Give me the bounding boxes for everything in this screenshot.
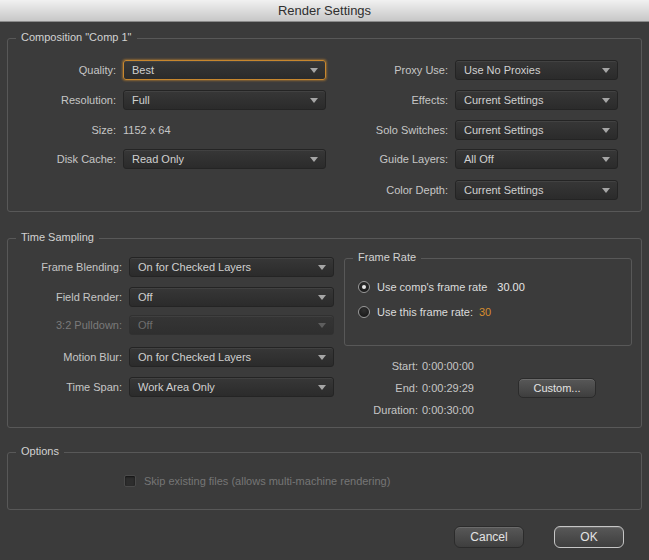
quality-value: Best bbox=[132, 64, 154, 76]
comp-frame-rate-option[interactable]: Use comp's frame rate 30.00 bbox=[358, 280, 525, 294]
color-depth-select[interactable]: Current Settings bbox=[455, 180, 618, 200]
time-span-select[interactable]: Work Area Only bbox=[129, 377, 334, 397]
ok-button[interactable]: OK bbox=[554, 526, 624, 548]
color-depth-row: Color Depth: Current Settings bbox=[340, 180, 618, 200]
effects-value: Current Settings bbox=[464, 94, 543, 106]
dialog-title: Render Settings bbox=[278, 3, 371, 18]
effects-label: Effects: bbox=[340, 94, 448, 106]
title-bar: Render Settings bbox=[0, 0, 649, 22]
render-settings-dialog: Render Settings Composition "Comp 1" Qua… bbox=[0, 0, 649, 560]
resolution-value: Full bbox=[132, 94, 150, 106]
pulldown-select: Off bbox=[129, 315, 334, 335]
start-value: 0:00:00:00 bbox=[422, 360, 474, 372]
end-line: End: 0:00:29:29 bbox=[360, 381, 474, 395]
frame-blending-row: Frame Blending: On for Checked Layers bbox=[8, 257, 334, 277]
radio-selected-icon[interactable] bbox=[358, 281, 370, 293]
disk-cache-label: Disk Cache: bbox=[8, 153, 116, 165]
frame-blending-value: On for Checked Layers bbox=[138, 261, 251, 273]
skip-existing-row: Skip existing files (allows multi-machin… bbox=[124, 471, 390, 491]
chevron-down-icon bbox=[310, 157, 318, 162]
chevron-down-icon bbox=[318, 323, 326, 328]
resolution-label: Resolution: bbox=[8, 94, 116, 106]
size-value: 1152 x 64 bbox=[123, 124, 171, 136]
chevron-down-icon bbox=[318, 355, 326, 360]
end-label: End: bbox=[360, 382, 418, 394]
skip-existing-label: Skip existing files (allows multi-machin… bbox=[144, 475, 390, 487]
chevron-down-icon bbox=[318, 385, 326, 390]
disk-cache-row: Disk Cache: Read Only bbox=[8, 149, 326, 169]
solo-switches-label: Solo Switches: bbox=[340, 124, 448, 136]
proxy-use-select[interactable]: Use No Proxies bbox=[455, 60, 618, 80]
start-label: Start: bbox=[360, 360, 418, 372]
size-label: Size: bbox=[8, 124, 116, 136]
solo-switches-row: Solo Switches: Current Settings bbox=[340, 120, 618, 140]
pulldown-row: 3:2 Pulldown: Off bbox=[8, 315, 334, 335]
cancel-button[interactable]: Cancel bbox=[454, 526, 524, 548]
chevron-down-icon bbox=[310, 98, 318, 103]
time-span-label: Time Span: bbox=[8, 381, 122, 393]
chevron-down-icon bbox=[318, 265, 326, 270]
solo-switches-select[interactable]: Current Settings bbox=[455, 120, 618, 140]
motion-blur-label: Motion Blur: bbox=[8, 351, 122, 363]
custom-button[interactable]: Custom... bbox=[518, 378, 596, 398]
comp-frame-rate-label: Use comp's frame rate bbox=[377, 281, 487, 293]
start-line: Start: 0:00:00:00 bbox=[360, 359, 474, 373]
motion-blur-value: On for Checked Layers bbox=[138, 351, 251, 363]
skip-existing-checkbox bbox=[124, 475, 136, 487]
duration-value: 0:00:30:00 bbox=[422, 404, 474, 416]
field-render-select[interactable]: Off bbox=[129, 287, 334, 307]
frame-blending-label: Frame Blending: bbox=[8, 261, 122, 273]
quality-select[interactable]: Best bbox=[123, 60, 326, 80]
custom-frame-rate-label: Use this frame rate: bbox=[377, 306, 473, 318]
frame-rate-legend: Frame Rate bbox=[353, 251, 421, 263]
resolution-select[interactable]: Full bbox=[123, 90, 326, 110]
guide-layers-value: All Off bbox=[464, 153, 494, 165]
field-render-value: Off bbox=[138, 291, 152, 303]
color-depth-value: Current Settings bbox=[464, 184, 543, 196]
frame-blending-select[interactable]: On for Checked Layers bbox=[129, 257, 334, 277]
disk-cache-value: Read Only bbox=[132, 153, 184, 165]
proxy-use-row: Proxy Use: Use No Proxies bbox=[340, 60, 618, 80]
options-legend: Options bbox=[16, 445, 64, 457]
radio-icon[interactable] bbox=[358, 306, 370, 318]
pulldown-label: 3:2 Pulldown: bbox=[8, 319, 122, 331]
time-sampling-legend: Time Sampling bbox=[16, 231, 99, 243]
composition-legend: Composition "Comp 1" bbox=[16, 31, 137, 43]
duration-line: Duration: 0:00:30:00 bbox=[360, 403, 474, 417]
proxy-use-value: Use No Proxies bbox=[464, 64, 540, 76]
color-depth-label: Color Depth: bbox=[340, 184, 448, 196]
guide-layers-select[interactable]: All Off bbox=[455, 149, 618, 169]
time-span-value: Work Area Only bbox=[138, 381, 215, 393]
effects-row: Effects: Current Settings bbox=[340, 90, 618, 110]
motion-blur-select[interactable]: On for Checked Layers bbox=[129, 347, 334, 367]
guide-layers-row: Guide Layers: All Off bbox=[340, 149, 618, 169]
proxy-use-label: Proxy Use: bbox=[340, 64, 448, 76]
field-render-row: Field Render: Off bbox=[8, 287, 334, 307]
end-value: 0:00:29:29 bbox=[422, 382, 474, 394]
frame-rate-group: Frame Rate bbox=[344, 258, 632, 346]
time-span-row: Time Span: Work Area Only bbox=[8, 377, 334, 397]
comp-frame-rate-value: 30.00 bbox=[497, 281, 525, 293]
chevron-down-icon bbox=[318, 295, 326, 300]
chevron-down-icon bbox=[602, 128, 610, 133]
duration-label: Duration: bbox=[360, 404, 418, 416]
quality-label: Quality: bbox=[8, 64, 116, 76]
custom-frame-rate-value[interactable]: 30 bbox=[479, 306, 491, 318]
pulldown-value: Off bbox=[138, 319, 152, 331]
custom-frame-rate-option[interactable]: Use this frame rate: 30 bbox=[358, 305, 491, 319]
field-render-label: Field Render: bbox=[8, 291, 122, 303]
motion-blur-row: Motion Blur: On for Checked Layers bbox=[8, 347, 334, 367]
solo-switches-value: Current Settings bbox=[464, 124, 543, 136]
disk-cache-select[interactable]: Read Only bbox=[123, 149, 326, 169]
effects-select[interactable]: Current Settings bbox=[455, 90, 618, 110]
resolution-row: Resolution: Full bbox=[8, 90, 326, 110]
size-row: Size: 1152 x 64 bbox=[8, 120, 171, 140]
chevron-down-icon bbox=[602, 98, 610, 103]
chevron-down-icon bbox=[602, 157, 610, 162]
quality-row: Quality: Best bbox=[8, 60, 326, 80]
chevron-down-icon bbox=[310, 68, 318, 73]
chevron-down-icon bbox=[602, 68, 610, 73]
guide-layers-label: Guide Layers: bbox=[340, 153, 448, 165]
chevron-down-icon bbox=[602, 188, 610, 193]
